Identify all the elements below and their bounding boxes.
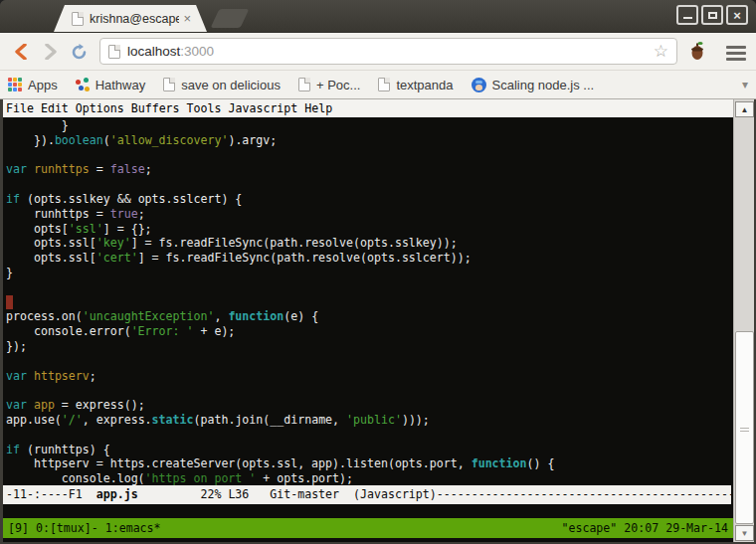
new-tab-button[interactable]	[211, 9, 250, 28]
code-line	[6, 280, 554, 295]
code-line: }	[6, 118, 554, 133]
tab-close-icon[interactable]: ×	[183, 12, 191, 25]
url-bar[interactable]: localhost:3000 ☆	[99, 38, 677, 65]
maximize-icon	[708, 12, 717, 19]
code-line: opts.ssl['key'] = fs.readFileSync(path.r…	[6, 236, 554, 251]
code-line: app.use('/', express.static(path.join(__…	[6, 413, 554, 428]
code-area[interactable]: } }).boolean('allow_discovery').argv; va…	[6, 118, 554, 486]
modeline-prefix: -11-:----F1	[6, 487, 96, 501]
megaman-favicon-icon	[472, 78, 486, 92]
code-line: var app = express();	[6, 398, 554, 413]
code-line: runhttps = true;	[6, 207, 554, 222]
forward-button[interactable]	[38, 39, 64, 65]
code-line: var httpserv;	[6, 369, 554, 384]
code-line	[6, 428, 554, 443]
code-line: opts.ssl['cert'] = fs.readFileSync(path.…	[6, 251, 554, 266]
code-line: if (opts.sslkey && opts.sslcert) {	[6, 192, 554, 207]
emacs-menu-help[interactable]: Help	[304, 101, 332, 115]
modeline-buffer-name: app.js	[96, 487, 138, 501]
code-line: }	[6, 266, 554, 280]
code-line: });	[6, 339, 554, 354]
code-line	[6, 148, 554, 163]
scrollbar-grip-icon	[740, 428, 749, 434]
code-line	[6, 354, 554, 369]
bookmarks-overflow-chevron-icon[interactable]: ▾	[742, 78, 748, 91]
hathway-favicon-icon	[76, 78, 90, 91]
page-icon	[163, 78, 175, 91]
acorn-icon	[688, 40, 706, 62]
emacs-modeline: -11-:----F1 app.js 22% L36 Git-master (J…	[3, 485, 731, 504]
tab-favicon-page-icon	[72, 12, 84, 26]
acorn-extension-button[interactable]	[684, 38, 710, 64]
menu-button[interactable]	[726, 46, 746, 64]
apps-grid-icon	[8, 78, 22, 91]
code-line: httpserv = https.createServer(opts.ssl, …	[6, 456, 554, 471]
text-cursor	[6, 295, 13, 309]
scrollbar[interactable]: ▲ ▼	[733, 99, 754, 542]
emacs-menu-edit[interactable]: Edit	[41, 101, 69, 115]
code-line: opts['ssl'] = {};	[6, 222, 554, 237]
bookmarks-bar: Apps Hathway save on delicious + Poc... …	[0, 71, 756, 99]
code-line: process.on('uncaughtException', function…	[6, 309, 554, 324]
code-line: console.error('Error: ' + e);	[6, 324, 554, 339]
reload-button[interactable]	[66, 39, 92, 65]
minimize-icon	[683, 17, 692, 19]
code-line: }).boolean('allow_discovery').argv;	[6, 133, 554, 148]
browser-toolbar: localhost:3000 ☆	[0, 32, 756, 71]
back-button[interactable]	[8, 39, 34, 65]
page-icon	[378, 78, 390, 91]
scroll-down-arrow-icon[interactable]: ▼	[735, 525, 754, 541]
page-content: FileEditOptionsBuffersToolsJavascriptHel…	[3, 99, 754, 542]
back-icon	[14, 44, 28, 60]
close-icon: ×	[733, 9, 741, 22]
bookmark-star-icon[interactable]: ☆	[654, 43, 668, 60]
bookmark-hathway[interactable]: Hathway	[76, 78, 146, 92]
bookmark-scaling-nodejs[interactable]: Scaling node.js ...	[472, 78, 595, 92]
tab-title: krishna@escape: ~	[90, 12, 179, 26]
tmux-session-clock: "escape" 20:07 29-Mar-14	[561, 518, 728, 538]
tmux-status-bar: [9] 0:[tmux]- 1:emacs* "escape" 20:07 29…	[3, 518, 733, 538]
emacs-menu-buffers[interactable]: Buffers	[131, 101, 180, 115]
browser-window: krishna@escape: ~ × × localhost:3000 ☆	[0, 0, 756, 544]
code-line: console.log('https on port ' + opts.port…	[6, 471, 554, 486]
code-line: var runhttps = false;	[6, 162, 554, 177]
close-button[interactable]: ×	[726, 5, 748, 25]
emacs-menu-file[interactable]: File	[6, 101, 34, 115]
url-port: :3000	[180, 44, 214, 59]
emacs-menu-javascript[interactable]: Javascript	[229, 101, 298, 115]
bookmark-save-on-delicious[interactable]: save on delicious	[163, 78, 281, 92]
emacs-menu-bar: FileEditOptionsBuffersToolsJavascriptHel…	[3, 99, 733, 117]
code-line	[6, 177, 554, 192]
modeline-status: 22% L36 Git-master (Javascript)---------…	[138, 487, 731, 501]
page-icon	[298, 78, 310, 91]
tmux-windows[interactable]: [9] 0:[tmux]- 1:emacs*	[8, 518, 161, 538]
scrollbar-thumb[interactable]	[735, 331, 754, 524]
code-line	[6, 295, 554, 310]
terminal[interactable]: } }).boolean('allow_discovery').argv; va…	[3, 117, 733, 538]
url-host: localhost	[127, 44, 180, 59]
scroll-up-arrow-icon[interactable]: ▲	[735, 101, 754, 117]
bookmark-pocket[interactable]: + Poc...	[298, 78, 360, 92]
code-line: if (runhttps) {	[6, 443, 554, 457]
maximize-button[interactable]	[701, 5, 723, 25]
code-line	[6, 383, 554, 398]
emacs-menu-tools[interactable]: Tools	[187, 101, 222, 115]
forward-icon	[44, 44, 58, 60]
emacs-menu-options[interactable]: Options	[76, 101, 124, 115]
browser-tab[interactable]: krishna@escape: ~ ×	[54, 5, 207, 32]
titlebar: krishna@escape: ~ × ×	[0, 0, 756, 32]
reload-icon	[71, 44, 88, 61]
bookmark-textpanda[interactable]: textpanda	[378, 78, 453, 92]
url-page-icon	[108, 45, 120, 59]
hamburger-icon	[726, 46, 746, 49]
minimize-button[interactable]	[676, 5, 698, 25]
window-controls: ×	[676, 5, 748, 25]
bookmark-apps[interactable]: Apps	[8, 78, 58, 92]
